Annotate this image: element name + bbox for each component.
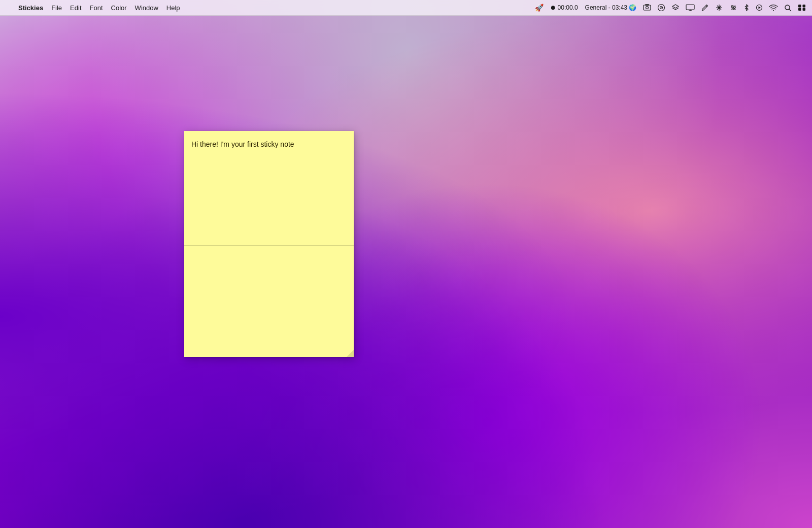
sticky-note-top: Hi there! I'm your first sticky note [184, 131, 354, 246]
sticky-note-content[interactable]: Hi there! I'm your first sticky note [191, 139, 347, 149]
screen-recorder[interactable]: ⏺ 00:00.0 [548, 4, 581, 11]
svg-point-13 [732, 9, 734, 10]
markup-icon[interactable] [699, 4, 711, 12]
snowflake-icon[interactable] [713, 4, 725, 12]
svg-rect-18 [798, 5, 801, 8]
rocket-icon[interactable]: 🚀 [533, 4, 546, 12]
apple-menu[interactable] [4, 0, 14, 15]
globe-icon: 🌍 [629, 4, 636, 11]
sliders-icon[interactable] [727, 4, 739, 12]
wifi-icon[interactable] [767, 4, 780, 11]
screenshot-icon[interactable] [641, 4, 653, 12]
play-icon[interactable] [754, 4, 765, 11]
app-name-label: Stickies [18, 4, 43, 12]
window-menu[interactable]: Window [131, 0, 162, 15]
bluetooth-icon[interactable] [741, 4, 752, 12]
help-menu[interactable]: Help [162, 0, 184, 15]
font-menu[interactable]: Font [86, 0, 107, 15]
clock-label: General - 03:43 🌍 [583, 4, 639, 11]
font-menu-label: Font [90, 4, 103, 12]
svg-point-11 [732, 6, 733, 7]
sticky-note-bottom[interactable] [184, 246, 354, 357]
svg-rect-21 [803, 8, 806, 11]
svg-marker-15 [759, 7, 761, 9]
help-menu-label: Help [166, 4, 180, 12]
file-menu-label: File [51, 4, 62, 12]
svg-rect-20 [798, 8, 801, 11]
edit-menu-label: Edit [70, 4, 81, 12]
svg-point-12 [734, 7, 735, 9]
clock-text: General - 03:43 [585, 4, 627, 11]
svg-rect-0 [644, 5, 651, 10]
menubar-right: 🚀 ⏺ 00:00.0 General - 03:43 🌍 [533, 4, 808, 12]
timer-label: 00:00.0 [558, 4, 578, 11]
svg-point-1 [646, 7, 649, 9]
svg-point-7 [719, 7, 720, 9]
desktop [0, 0, 812, 528]
file-menu[interactable]: File [47, 0, 66, 15]
display-icon[interactable] [684, 4, 697, 12]
color-menu-label: Color [111, 4, 127, 12]
control-center-icon[interactable] [796, 4, 808, 11]
app-name-menu[interactable]: Stickies [14, 0, 47, 15]
layers-icon[interactable] [669, 4, 682, 12]
search-icon[interactable] [782, 4, 794, 12]
svg-rect-19 [803, 5, 806, 8]
facetime-icon[interactable] [655, 4, 667, 12]
edit-menu[interactable]: Edit [66, 0, 85, 15]
svg-rect-6 [686, 5, 694, 10]
color-menu[interactable]: Color [107, 0, 131, 15]
svg-point-16 [773, 10, 774, 11]
menubar: Stickies File Edit Font Color Window Hel… [0, 0, 812, 16]
svg-point-5 [661, 7, 662, 8]
sticky-note[interactable]: Hi there! I'm your first sticky note [184, 131, 354, 357]
window-menu-label: Window [135, 4, 158, 12]
record-dot-icon: ⏺ [550, 4, 556, 11]
